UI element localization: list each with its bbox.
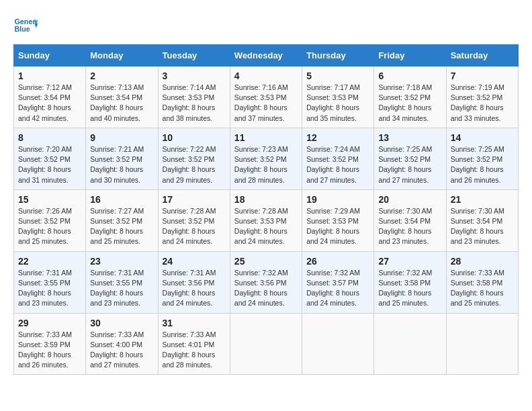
calendar-cell: 28 Sunrise: 7:33 AM Sunset: 3:58 PM Dayl… — [446, 251, 518, 313]
day-number: 14 — [451, 132, 514, 143]
calendar-cell: 18 Sunrise: 7:28 AM Sunset: 3:53 PM Dayl… — [230, 189, 302, 251]
day-info: Sunrise: 7:25 AM Sunset: 3:52 PM Dayligh… — [451, 145, 504, 184]
calendar-cell: 11 Sunrise: 7:23 AM Sunset: 3:52 PM Dayl… — [230, 128, 302, 189]
calendar-cell: 23 Sunrise: 7:31 AM Sunset: 3:55 PM Dayl… — [86, 251, 158, 313]
weekday-header-tuesday: Tuesday — [158, 45, 230, 66]
day-number: 15 — [18, 194, 81, 205]
day-number: 6 — [378, 71, 441, 81]
day-number: 24 — [163, 256, 226, 267]
day-number: 22 — [18, 256, 81, 267]
calendar-cell: 13 Sunrise: 7:25 AM Sunset: 3:52 PM Dayl… — [374, 128, 446, 189]
day-info: Sunrise: 7:30 AM Sunset: 3:54 PM Dayligh… — [378, 207, 432, 246]
calendar-cell: 21 Sunrise: 7:30 AM Sunset: 3:54 PM Dayl… — [446, 189, 518, 251]
svg-marker-3 — [35, 24, 38, 28]
day-number: 5 — [306, 71, 369, 81]
day-info: Sunrise: 7:23 AM Sunset: 3:52 PM Dayligh… — [234, 145, 288, 184]
calendar-cell: 17 Sunrise: 7:28 AM Sunset: 3:52 PM Dayl… — [158, 189, 230, 251]
calendar-cell: 5 Sunrise: 7:17 AM Sunset: 3:53 PM Dayli… — [302, 66, 374, 128]
day-info: Sunrise: 7:28 AM Sunset: 3:52 PM Dayligh… — [163, 207, 216, 246]
day-info: Sunrise: 7:26 AM Sunset: 3:52 PM Dayligh… — [18, 207, 72, 246]
calendar-cell: 30 Sunrise: 7:33 AM Sunset: 4:00 PM Dayl… — [86, 313, 158, 375]
calendar-cell — [446, 313, 518, 375]
weekday-header-sunday: Sunday — [14, 45, 86, 66]
day-number: 12 — [306, 132, 369, 143]
day-info: Sunrise: 7:17 AM Sunset: 3:53 PM Dayligh… — [306, 83, 360, 122]
calendar-cell: 22 Sunrise: 7:31 AM Sunset: 3:55 PM Dayl… — [14, 251, 86, 313]
calendar-cell: 12 Sunrise: 7:24 AM Sunset: 3:52 PM Dayl… — [302, 128, 374, 189]
day-info: Sunrise: 7:31 AM Sunset: 3:55 PM Dayligh… — [90, 269, 144, 308]
weekday-header-wednesday: Wednesday — [230, 45, 302, 66]
calendar-cell: 19 Sunrise: 7:29 AM Sunset: 3:53 PM Dayl… — [302, 189, 374, 251]
day-number: 16 — [90, 194, 153, 205]
day-info: Sunrise: 7:19 AM Sunset: 3:52 PM Dayligh… — [451, 83, 504, 122]
day-number: 10 — [163, 132, 226, 143]
calendar-cell — [230, 313, 302, 375]
calendar-week-row: 1 Sunrise: 7:12 AM Sunset: 3:54 PM Dayli… — [14, 66, 519, 128]
calendar-week-row: 8 Sunrise: 7:20 AM Sunset: 3:52 PM Dayli… — [14, 128, 519, 189]
calendar-cell: 7 Sunrise: 7:19 AM Sunset: 3:52 PM Dayli… — [446, 66, 518, 128]
weekday-header-friday: Friday — [374, 45, 446, 66]
calendar-cell: 20 Sunrise: 7:30 AM Sunset: 3:54 PM Dayl… — [374, 189, 446, 251]
weekday-header-thursday: Thursday — [302, 45, 374, 66]
day-number: 7 — [451, 71, 514, 81]
day-number: 1 — [18, 71, 81, 81]
calendar-table: SundayMondayTuesdayWednesdayThursdayFrid… — [13, 44, 519, 375]
day-info: Sunrise: 7:22 AM Sunset: 3:52 PM Dayligh… — [163, 145, 216, 184]
day-number: 3 — [163, 71, 226, 81]
svg-text:General: General — [14, 17, 38, 26]
day-info: Sunrise: 7:32 AM Sunset: 3:58 PM Dayligh… — [378, 269, 432, 308]
day-number: 28 — [451, 256, 514, 267]
day-number: 4 — [234, 71, 298, 81]
calendar-cell: 6 Sunrise: 7:18 AM Sunset: 3:52 PM Dayli… — [374, 66, 446, 128]
calendar-cell: 2 Sunrise: 7:13 AM Sunset: 3:54 PM Dayli… — [86, 66, 158, 128]
day-info: Sunrise: 7:14 AM Sunset: 3:53 PM Dayligh… — [163, 83, 216, 122]
calendar-cell: 24 Sunrise: 7:31 AM Sunset: 3:56 PM Dayl… — [158, 251, 230, 313]
weekday-header-monday: Monday — [86, 45, 158, 66]
day-info: Sunrise: 7:29 AM Sunset: 3:53 PM Dayligh… — [306, 207, 360, 246]
calendar-cell: 16 Sunrise: 7:27 AM Sunset: 3:52 PM Dayl… — [86, 189, 158, 251]
calendar-header-row: SundayMondayTuesdayWednesdayThursdayFrid… — [14, 45, 519, 66]
calendar-cell: 29 Sunrise: 7:33 AM Sunset: 3:59 PM Dayl… — [14, 313, 86, 375]
day-number: 8 — [18, 132, 81, 143]
day-number: 31 — [163, 318, 226, 328]
day-number: 17 — [163, 194, 226, 205]
calendar-week-row: 29 Sunrise: 7:33 AM Sunset: 3:59 PM Dayl… — [14, 313, 519, 375]
day-info: Sunrise: 7:33 AM Sunset: 3:59 PM Dayligh… — [18, 330, 72, 369]
day-number: 21 — [451, 194, 514, 205]
day-info: Sunrise: 7:12 AM Sunset: 3:54 PM Dayligh… — [18, 83, 72, 122]
calendar-cell: 31 Sunrise: 7:33 AM Sunset: 4:01 PM Dayl… — [158, 313, 230, 375]
day-number: 27 — [378, 256, 441, 267]
day-info: Sunrise: 7:18 AM Sunset: 3:52 PM Dayligh… — [378, 83, 432, 122]
day-info: Sunrise: 7:33 AM Sunset: 4:00 PM Dayligh… — [90, 330, 144, 369]
calendar-cell: 8 Sunrise: 7:20 AM Sunset: 3:52 PM Dayli… — [14, 128, 86, 189]
calendar-week-row: 22 Sunrise: 7:31 AM Sunset: 3:55 PM Dayl… — [14, 251, 519, 313]
day-info: Sunrise: 7:13 AM Sunset: 3:54 PM Dayligh… — [90, 83, 144, 122]
day-info: Sunrise: 7:28 AM Sunset: 3:53 PM Dayligh… — [234, 207, 288, 246]
calendar-cell: 10 Sunrise: 7:22 AM Sunset: 3:52 PM Dayl… — [158, 128, 230, 189]
calendar-cell: 25 Sunrise: 7:32 AM Sunset: 3:56 PM Dayl… — [230, 251, 302, 313]
calendar-cell: 14 Sunrise: 7:25 AM Sunset: 3:52 PM Dayl… — [446, 128, 518, 189]
calendar-cell: 9 Sunrise: 7:21 AM Sunset: 3:52 PM Dayli… — [86, 128, 158, 189]
day-number: 26 — [306, 256, 369, 267]
logo: General Blue — [13, 13, 40, 38]
calendar-cell: 1 Sunrise: 7:12 AM Sunset: 3:54 PM Dayli… — [14, 66, 86, 128]
day-info: Sunrise: 7:31 AM Sunset: 3:56 PM Dayligh… — [163, 269, 216, 308]
day-info: Sunrise: 7:31 AM Sunset: 3:55 PM Dayligh… — [18, 269, 72, 308]
page-header: General Blue — [13, 13, 519, 38]
logo-icon: General Blue — [13, 13, 38, 38]
day-info: Sunrise: 7:20 AM Sunset: 3:52 PM Dayligh… — [18, 145, 72, 184]
day-info: Sunrise: 7:32 AM Sunset: 3:57 PM Dayligh… — [306, 269, 360, 308]
day-info: Sunrise: 7:27 AM Sunset: 3:52 PM Dayligh… — [90, 207, 144, 246]
day-info: Sunrise: 7:16 AM Sunset: 3:53 PM Dayligh… — [234, 83, 288, 122]
day-info: Sunrise: 7:24 AM Sunset: 3:52 PM Dayligh… — [306, 145, 360, 184]
svg-text:Blue: Blue — [14, 25, 30, 33]
day-number: 9 — [90, 132, 153, 143]
day-number: 23 — [90, 256, 153, 267]
calendar-week-row: 15 Sunrise: 7:26 AM Sunset: 3:52 PM Dayl… — [14, 189, 519, 251]
day-number: 13 — [378, 132, 441, 143]
calendar-cell: 15 Sunrise: 7:26 AM Sunset: 3:52 PM Dayl… — [14, 189, 86, 251]
calendar-cell: 4 Sunrise: 7:16 AM Sunset: 3:53 PM Dayli… — [230, 66, 302, 128]
calendar-cell: 27 Sunrise: 7:32 AM Sunset: 3:58 PM Dayl… — [374, 251, 446, 313]
day-info: Sunrise: 7:21 AM Sunset: 3:52 PM Dayligh… — [90, 145, 144, 184]
calendar-cell — [374, 313, 446, 375]
